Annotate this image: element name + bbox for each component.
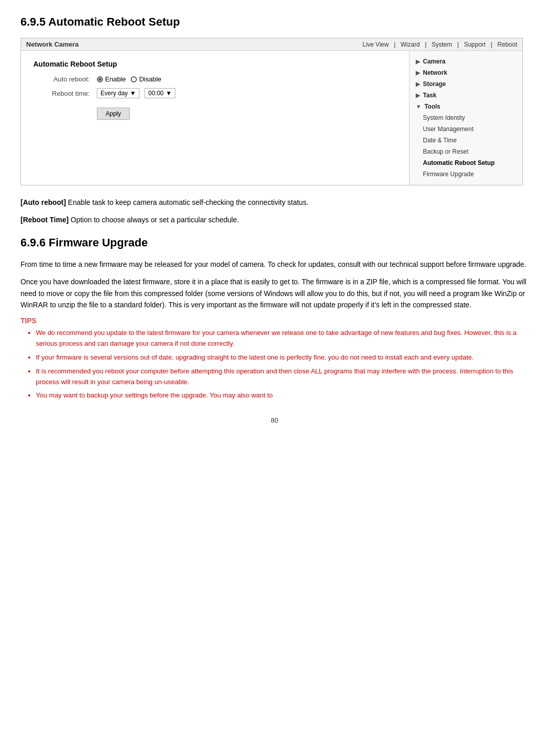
auto-reboot-text: Enable task to keep camera automatic sel… (66, 198, 309, 206)
apply-btn-wrapper: Apply (33, 103, 397, 120)
system-identity-label: System Identity (423, 114, 465, 121)
date-time-label: Date & Time (423, 137, 457, 144)
tip-item-2: If your firmware is several versions out… (36, 352, 528, 363)
topbar-sep4: | (491, 41, 492, 48)
disable-option[interactable]: Disable (131, 75, 161, 83)
enable-label: Enable (105, 75, 126, 83)
topbar-liveview[interactable]: Live View (362, 41, 389, 48)
sidebar-item-network[interactable]: ▶ Network (410, 67, 522, 78)
section2-title: 6.9.6 Firmware Upgrade (21, 236, 528, 249)
auto-reboot-desc-section: [Auto reboot] Enable task to keep camera… (21, 197, 528, 226)
sidebar-item-tools[interactable]: ▼ Tools (410, 101, 522, 112)
reboot-time-controls: Every day ▼ 00:00 ▼ (97, 88, 175, 98)
enable-option[interactable]: Enable (97, 75, 126, 83)
sidebar-item-user-management[interactable]: User Management (410, 123, 522, 135)
reboot-time-arrow-icon: ▼ (130, 90, 136, 97)
topbar-system[interactable]: System (432, 41, 452, 48)
reboot-time-label: Reboot time: (33, 90, 90, 97)
topbar-support[interactable]: Support (464, 41, 485, 48)
sidebar-item-storage[interactable]: ▶ Storage (410, 78, 522, 90)
page-number: 80 (21, 416, 528, 424)
network-arrow-icon: ▶ (416, 70, 420, 76)
tips-list: We do recommend you update to the latest… (36, 328, 528, 401)
sidebar-tools-label: Tools (424, 103, 440, 110)
brand-label: Network Camera (26, 40, 79, 48)
reboot-time-value2: 00:00 (148, 90, 164, 97)
backup-reset-label: Backup or Reset (423, 148, 469, 155)
sidebar-item-date-time[interactable]: Date & Time (410, 135, 522, 146)
section1-title: 6.9.5 Automatic Reboot Setup (21, 15, 528, 29)
reboot-time-text: Option to choose always or set a particu… (69, 216, 239, 224)
camera-arrow-icon: ▶ (416, 58, 420, 65)
firmware-intro1: From time to time a new firmware may be … (21, 259, 528, 270)
sidebar-camera-label: Camera (423, 58, 445, 65)
sidebar-item-auto-reboot-setup[interactable]: Automatic Reboot Setup (410, 157, 522, 169)
sidebar-item-firmware-upgrade[interactable]: Firmware Upgrade (410, 169, 522, 180)
tip-item-3: It is recommended you reboot your comput… (36, 366, 528, 388)
auto-reboot-label: Auto reboot: (33, 75, 90, 83)
reboot-time2-arrow-icon: ▼ (166, 90, 172, 97)
topbar-sep3: | (457, 41, 459, 48)
camera-sidebar: ▶ Camera ▶ Network ▶ Storage ▶ Task (410, 51, 522, 185)
sidebar-item-task[interactable]: ▶ Task (410, 90, 522, 101)
sidebar-item-camera[interactable]: ▶ Camera (410, 56, 522, 67)
storage-arrow-icon: ▶ (416, 81, 420, 88)
firmware-intro2: Once you have downloaded the latest firm… (21, 276, 528, 310)
sidebar-item-backup-reset[interactable]: Backup or Reset (410, 146, 522, 157)
enable-radio[interactable] (97, 76, 103, 82)
topbar-reboot[interactable]: Reboot (497, 41, 517, 48)
camera-body: Automatic Reboot Setup Auto reboot: Enab… (21, 51, 522, 185)
topbar-sep2: | (425, 41, 426, 48)
camera-topbar: Network Camera Live View | Wizard | Syst… (21, 38, 522, 51)
task-arrow-icon: ▶ (416, 92, 420, 99)
tip-item-1: We do recommend you update to the latest… (36, 328, 528, 349)
topbar-sep1: | (394, 41, 395, 48)
firmware-upgrade-label: Firmware Upgrade (423, 171, 474, 178)
auto-reboot-desc: [Auto reboot] Enable task to keep camera… (21, 197, 528, 208)
firmware-section: From time to time a new firmware may be … (21, 259, 528, 401)
sidebar-task-label: Task (423, 92, 436, 99)
sidebar-storage-label: Storage (423, 80, 446, 88)
reboot-time-row: Reboot time: Every day ▼ 00:00 ▼ (33, 88, 397, 98)
tip-item-4: You may want to backup your settings bef… (36, 390, 528, 401)
auto-reboot-controls: Enable Disable (97, 75, 161, 83)
disable-radio[interactable] (131, 76, 137, 82)
auto-reboot-row: Auto reboot: Enable Disable (33, 75, 397, 83)
camera-ui-wrapper: Network Camera Live View | Wizard | Syst… (21, 38, 523, 185)
tips-label: TIPS (21, 317, 528, 325)
reboot-time-value: Every day (100, 90, 128, 97)
reboot-time-select2[interactable]: 00:00 ▼ (145, 88, 175, 98)
sidebar-network-label: Network (423, 69, 447, 76)
reboot-time-desc: [Reboot Time] Option to choose always or… (21, 214, 528, 225)
auto-reboot-setup-label: Automatic Reboot Setup (423, 159, 495, 166)
reboot-time-bold: [Reboot Time] (21, 216, 69, 224)
sidebar-body: ▶ Camera ▶ Network ▶ Storage ▶ Task (410, 51, 522, 185)
camera-form-area: Automatic Reboot Setup Auto reboot: Enab… (21, 51, 410, 185)
topbar-wizard[interactable]: Wizard (401, 41, 420, 48)
disable-label: Disable (139, 75, 161, 83)
tools-arrow-icon: ▼ (416, 103, 421, 110)
auto-reboot-bold: [Auto reboot] (21, 198, 66, 206)
user-management-label: User Management (423, 125, 474, 133)
apply-button[interactable]: Apply (97, 108, 130, 120)
sidebar-item-system-identity[interactable]: System Identity (410, 112, 522, 123)
form-title: Automatic Reboot Setup (33, 60, 397, 68)
reboot-time-select[interactable]: Every day ▼ (97, 88, 139, 98)
